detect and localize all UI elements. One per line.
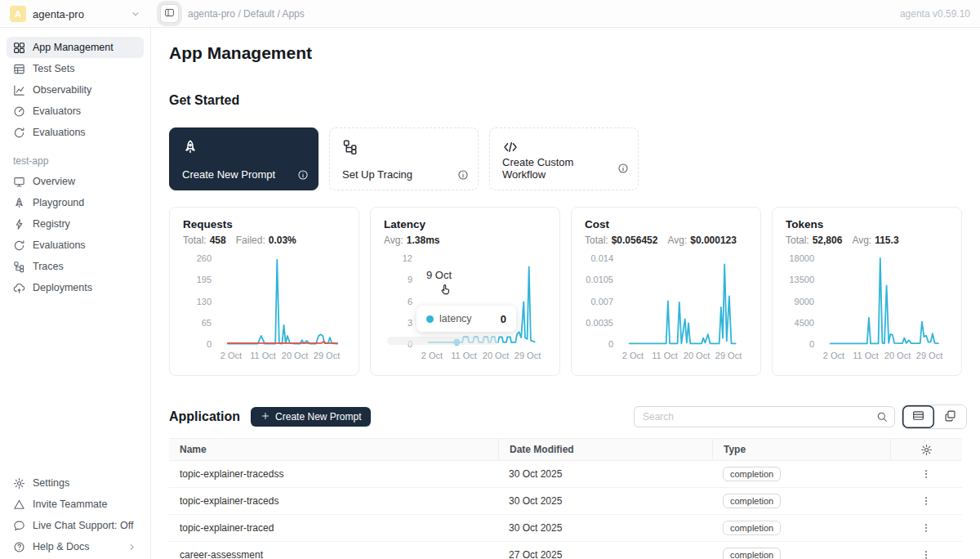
sidebar-toggle-button[interactable] bbox=[160, 4, 179, 23]
chart-stats: Total:52,806Avg:115.3 bbox=[786, 235, 899, 246]
application-title: Application bbox=[169, 409, 240, 424]
chart-stat: Avg:1.38ms bbox=[384, 235, 440, 246]
svg-text:9000: 9000 bbox=[795, 297, 814, 306]
info-icon bbox=[617, 163, 629, 174]
table-view-icon bbox=[912, 409, 924, 424]
table-row[interactable]: career-assessment27 Oct 2025completion bbox=[169, 542, 962, 559]
chart-icon bbox=[13, 84, 25, 96]
get-started-card-create-new-prompt[interactable]: Create New Prompt bbox=[169, 127, 318, 190]
row-menu-icon[interactable] bbox=[917, 492, 935, 510]
sidebar-item-live-chat-support-off[interactable]: Live Chat Support: Off bbox=[7, 515, 144, 536]
cursor-hand-icon bbox=[439, 284, 452, 299]
svg-text:0.007: 0.007 bbox=[590, 297, 613, 306]
sidebar-item-evaluations[interactable]: Evaluations bbox=[7, 235, 144, 256]
row-type: completion bbox=[712, 488, 890, 514]
get-started-card-create-custom-workflow[interactable]: Create Custom Workflow bbox=[489, 127, 639, 190]
stat-label: Failed: bbox=[236, 235, 265, 246]
card-label-row: Create New Prompt bbox=[182, 168, 309, 181]
search-input[interactable] bbox=[635, 411, 870, 423]
workspace-avatar: A bbox=[10, 6, 26, 22]
sidebar-item-invite-teammate[interactable]: Invite Teammate bbox=[7, 494, 144, 515]
sidebar-item-settings[interactable]: Settings bbox=[7, 472, 144, 494]
create-new-prompt-button[interactable]: Create New Prompt bbox=[251, 407, 371, 427]
table-view-button[interactable] bbox=[902, 405, 934, 428]
tree-icon bbox=[342, 139, 359, 155]
sidebar-item-label: Help & Docs bbox=[33, 541, 89, 552]
card-label-row: Create Custom Workflow bbox=[502, 156, 629, 181]
type-badge: completion bbox=[723, 494, 781, 508]
chat-icon bbox=[13, 520, 25, 532]
chevron-right-icon bbox=[127, 542, 137, 552]
chart-title: Tokens bbox=[786, 218, 823, 230]
chart-card-cost: CostTotal:$0.056452Avg:$0.00012300.00350… bbox=[571, 207, 761, 376]
svg-text:11 Oct: 11 Oct bbox=[250, 351, 276, 360]
row-menu-icon[interactable] bbox=[917, 519, 935, 537]
cloud-icon bbox=[13, 282, 25, 294]
cycle-icon bbox=[13, 127, 25, 139]
column-settings-gear-icon[interactable] bbox=[920, 444, 933, 456]
table-row[interactable]: topic-explainer-traceds30 Oct 2025comple… bbox=[169, 488, 962, 515]
tree-icon bbox=[13, 261, 25, 273]
svg-text:29 Oct: 29 Oct bbox=[715, 351, 742, 360]
type-badge: completion bbox=[723, 548, 781, 559]
column-header-type: Type bbox=[712, 439, 890, 460]
svg-text:6: 6 bbox=[408, 297, 412, 306]
chart-stat: Avg:$0.000123 bbox=[667, 235, 737, 246]
svg-text:65: 65 bbox=[202, 318, 212, 328]
stat-label: Total: bbox=[585, 235, 608, 246]
sidebar-item-evaluations[interactable]: Evaluations bbox=[7, 122, 144, 143]
chart-card-requests: RequestsTotal:458Failed:0.03%06513019526… bbox=[169, 207, 359, 376]
get-started-card-set-up-tracing[interactable]: Set Up Tracing bbox=[329, 127, 479, 190]
chart-tooltip: latency0 bbox=[416, 306, 516, 332]
row-type: completion bbox=[712, 515, 890, 541]
breadcrumb[interactable]: agenta-pro / Default / Apps bbox=[188, 0, 305, 28]
get-started-cards: Create New PromptSet Up TracingCreate Cu… bbox=[169, 127, 639, 190]
stat-label: Total: bbox=[786, 235, 809, 246]
stat-value: $0.056452 bbox=[612, 235, 658, 246]
card-label: Create New Prompt bbox=[182, 168, 275, 181]
row-menu-icon[interactable] bbox=[917, 465, 935, 483]
sidebar-item-registry[interactable]: Registry bbox=[7, 213, 144, 235]
svg-text:260: 260 bbox=[197, 253, 212, 263]
stat-label: Avg: bbox=[852, 235, 871, 246]
sidebar-item-label: Settings bbox=[33, 477, 69, 489]
chart-hover-band bbox=[387, 337, 498, 345]
workspace-selector[interactable]: A agenta-pro bbox=[0, 0, 151, 28]
table-row[interactable]: topic-explainer-traced30 Oct 2025complet… bbox=[169, 515, 962, 542]
monitor-icon bbox=[13, 176, 25, 188]
sidebar-item-deployments[interactable]: Deployments bbox=[7, 277, 144, 298]
sidebar-item-help-docs[interactable]: Help & Docs bbox=[7, 536, 144, 557]
applications-table: Name Date Modified Type topic-explainer-… bbox=[169, 438, 962, 559]
svg-text:130: 130 bbox=[197, 297, 212, 306]
svg-text:0.0105: 0.0105 bbox=[586, 275, 613, 284]
sidebar: App ManagementTest SetsObservabilityEval… bbox=[0, 28, 151, 559]
svg-text:0.0035: 0.0035 bbox=[586, 318, 613, 328]
chart-title: Cost bbox=[585, 218, 609, 230]
sidebar-item-app-management[interactable]: App Management bbox=[7, 37, 144, 58]
card-view-button[interactable] bbox=[934, 405, 966, 428]
sidebar-item-test-sets[interactable]: Test Sets bbox=[7, 58, 144, 79]
chart-card-latency: LatencyAvg:1.38ms0369122 Oct11 Oct20 Oct… bbox=[370, 207, 560, 376]
sidebar-item-observability[interactable]: Observability bbox=[7, 79, 144, 101]
row-menu-icon[interactable] bbox=[917, 546, 935, 559]
sidebar-item-label: App Management bbox=[33, 42, 114, 53]
type-badge: completion bbox=[723, 467, 781, 481]
type-badge: completion bbox=[723, 521, 781, 535]
sidebar-item-playground[interactable]: Playground bbox=[7, 192, 144, 213]
svg-text:20 Oct: 20 Oct bbox=[282, 351, 308, 360]
svg-text:20 Oct: 20 Oct bbox=[483, 351, 509, 360]
row-actions bbox=[890, 461, 962, 487]
chart-card-tokens: TokensTotal:52,806Avg:115.30450090001350… bbox=[772, 207, 962, 376]
application-header: Application Create New Prompt bbox=[169, 407, 371, 427]
stat-value: $0.000123 bbox=[690, 235, 737, 246]
sidebar-item-traces[interactable]: Traces bbox=[7, 256, 144, 277]
row-name: career-assessment bbox=[169, 549, 498, 559]
table-row[interactable]: topic-explainer-tracedss30 Oct 2025compl… bbox=[169, 461, 962, 488]
svg-text:9: 9 bbox=[408, 275, 412, 284]
svg-text:11 Oct: 11 Oct bbox=[451, 351, 477, 360]
sidebar-item-evaluators[interactable]: Evaluators bbox=[7, 101, 144, 122]
row-actions bbox=[890, 515, 962, 541]
row-name: topic-explainer-traced bbox=[169, 522, 498, 534]
search-icon[interactable] bbox=[870, 407, 894, 427]
sidebar-item-overview[interactable]: Overview bbox=[7, 171, 144, 192]
